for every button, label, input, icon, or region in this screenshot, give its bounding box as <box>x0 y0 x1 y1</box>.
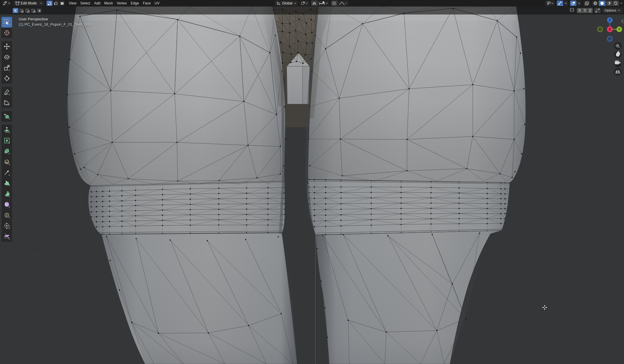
svg-text:Y: Y <box>618 28 620 31</box>
svg-text:X: X <box>609 28 611 31</box>
svg-text:Z: Z <box>609 18 611 22</box>
